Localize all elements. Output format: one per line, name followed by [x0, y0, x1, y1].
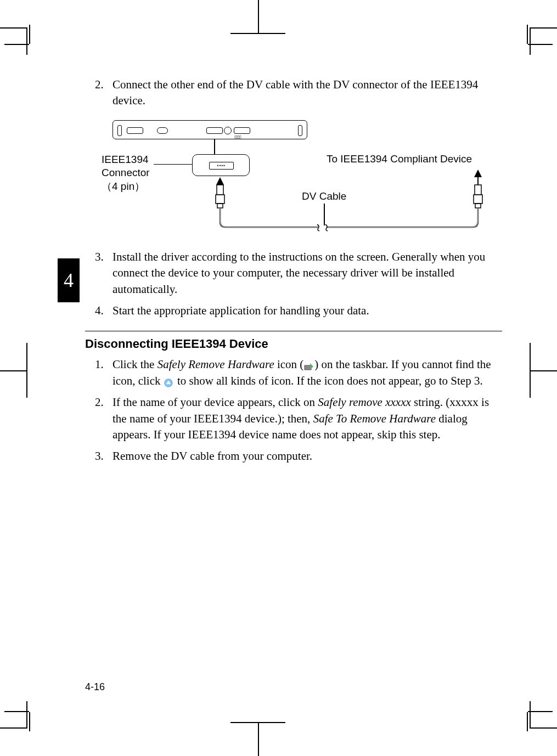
connection-diagram: ▯▯▯▯ ▪▪▪▪ IEEE1394 Connector （4 pin） To … — [112, 120, 497, 241]
svg-rect-0 — [217, 185, 223, 195]
svg-rect-2 — [217, 204, 223, 208]
safely-remove-hardware-icon — [303, 360, 314, 371]
step-number: 4. — [85, 303, 112, 319]
compliant-device-label: To IEEE1394 Compliant Device — [327, 153, 472, 165]
ieee-connector-label: IEEE1394 Connector （4 pin） — [102, 153, 150, 194]
step-text: Click the Safely Remove Hardware icon ()… — [112, 357, 502, 389]
step-text: If the name of your device appears, clic… — [112, 394, 502, 443]
cable-icon — [209, 170, 494, 235]
svg-rect-1 — [216, 195, 224, 204]
step-3: 3. Install the driver according to the i… — [85, 249, 502, 297]
step-number: 1. — [85, 357, 112, 389]
step-4: 4. Start the appropriate application for… — [85, 303, 502, 319]
step-number: 3. — [85, 249, 112, 297]
step-text: Install the driver according to the inst… — [112, 249, 502, 297]
step-text: Connect the other end of the DV cable wi… — [112, 77, 502, 109]
page-number: 4-16 — [85, 681, 105, 693]
svg-rect-6 — [475, 204, 481, 208]
disconnect-step-1: 1. Click the Safely Remove Hardware icon… — [85, 357, 502, 389]
disconnect-step-2: 2. If the name of your device appears, c… — [85, 394, 502, 443]
svg-marker-7 — [474, 170, 482, 177]
laptop-icon: ▯▯▯▯ — [112, 120, 307, 139]
chapter-tab: 4 — [58, 258, 80, 302]
step-2: 2. Connect the other end of the DV cable… — [85, 77, 502, 109]
page-content: 2. Connect the other end of the DV cable… — [85, 77, 502, 470]
svg-marker-3 — [216, 177, 224, 185]
svg-rect-4 — [475, 185, 481, 195]
step-number: 3. — [85, 448, 112, 464]
step-text: Start the appropriate application for ha… — [112, 303, 502, 319]
step-text: Remove the DV cable from your computer. — [112, 448, 502, 464]
section-heading-disconnecting: Disconnecting IEEE1394 Device — [85, 331, 502, 351]
step-number: 2. — [85, 77, 112, 109]
step-number: 2. — [85, 394, 112, 443]
svg-rect-5 — [474, 195, 482, 204]
disconnect-step-3: 3. Remove the DV cable from your compute… — [85, 448, 502, 464]
svg-marker-10 — [310, 363, 313, 370]
show-hidden-icons-icon — [164, 376, 175, 387]
